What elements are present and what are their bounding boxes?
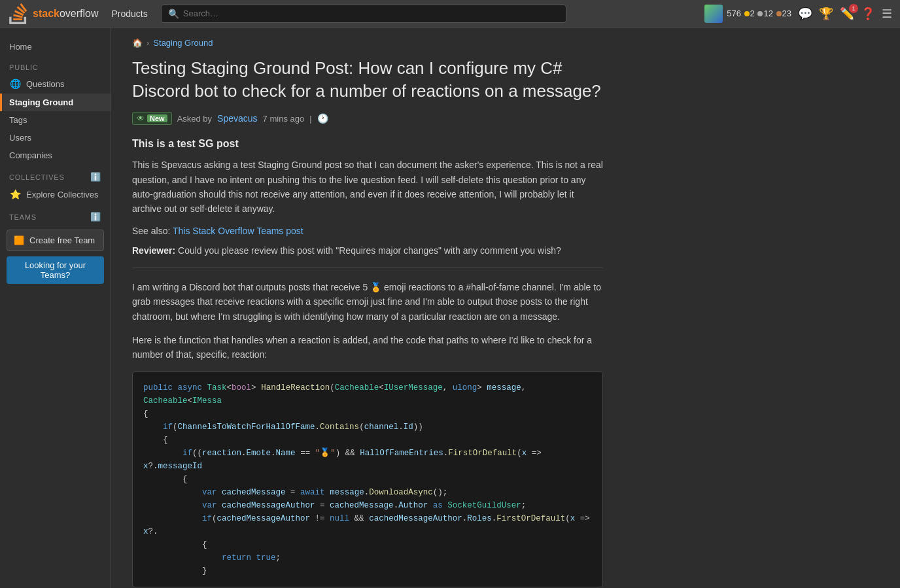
breadcrumb-home-icon[interactable]: 🏠: [132, 38, 143, 48]
code-line-8: var cachedMessageAuthor = cachedMessage.…: [143, 499, 592, 512]
see-also-link[interactable]: This Stack Overflow Teams post: [173, 226, 303, 236]
top-navigation: stackoverflow Products 🔍 576 2 12 23 💬 🏆…: [0, 0, 900, 27]
reviewer-label: Reviewer:: [132, 245, 175, 256]
nav-right-section: 576 2 12 23 💬 🏆 ✏️ 1 ❓ ☰: [704, 5, 892, 23]
sidebar-item-questions[interactable]: 🌐 Questions: [0, 74, 111, 94]
logo-text: stackoverflow: [33, 8, 99, 20]
page-layout: Home PUBLIC 🌐 Questions Staging Ground T…: [0, 27, 900, 588]
sidebar-item-staging-ground[interactable]: Staging Ground: [0, 94, 111, 111]
looking-for-teams-button[interactable]: Looking for your Teams?: [7, 256, 104, 284]
review-queues-button[interactable]: ✏️ 1: [840, 7, 854, 21]
search-icon: 🔍: [168, 9, 179, 19]
code-line-9: if(cachedMessageAuthor != null && cached…: [143, 512, 592, 538]
reviewer-note: Reviewer: Could you please review this p…: [132, 245, 603, 256]
bronze-count: 23: [782, 9, 791, 18]
code-line-7: var cachedMessage = await message.Downlo…: [143, 486, 592, 499]
sidebar: Home PUBLIC 🌐 Questions Staging Ground T…: [0, 27, 111, 588]
breadcrumb-staging-ground[interactable]: Staging Ground: [153, 38, 213, 48]
search-bar[interactable]: 🔍: [161, 5, 566, 23]
badge-eye-icon: 👁: [137, 114, 145, 123]
code-line-1: public async Task<bool> HandleReaction(C…: [143, 381, 592, 407]
paragraph-2: I am writing a Discord bot that outputs …: [132, 280, 603, 324]
see-also-line: See also: This Stack Overflow Teams post: [132, 226, 603, 236]
collectives-section-label: COLLECTIVES ℹ️: [0, 164, 111, 184]
gold-count: 2: [750, 9, 755, 18]
code-line-5: if((reaction.Emote.Name == "🏅") && HallO…: [143, 447, 592, 473]
collectives-icon: ⭐: [9, 188, 21, 200]
asked-by-prefix: Asked by: [177, 114, 212, 124]
sidebar-item-explore-collectives[interactable]: ⭐ Explore Collectives: [0, 184, 111, 204]
code-line-10: {: [143, 538, 592, 551]
sidebar-item-home[interactable]: Home: [0, 38, 111, 56]
question-title: Testing Staging Ground Post: How can I c…: [132, 57, 603, 103]
reputation-score: 576 2 12 23: [727, 9, 791, 18]
sidebar-item-tags[interactable]: Tags: [0, 111, 111, 129]
site-logo[interactable]: stackoverflow: [8, 3, 99, 24]
section-title: This is a test SG post: [132, 138, 603, 150]
main-content: 🏠 › Staging Ground Testing Staging Groun…: [111, 27, 900, 588]
silver-badge-dot: [757, 11, 763, 16]
new-badge-label: New: [147, 114, 167, 122]
code-line-4: {: [143, 434, 592, 447]
achievements-button[interactable]: 🏆: [819, 7, 833, 21]
avatar-image: [704, 5, 723, 23]
silver-count: 12: [763, 9, 772, 18]
review-badge: 1: [849, 4, 858, 13]
breadcrumb: 🏠 › Staging Ground: [132, 38, 879, 48]
questions-icon: 🌐: [9, 78, 21, 90]
author-link[interactable]: Spevacus: [217, 113, 257, 124]
new-badge: 👁 New: [132, 112, 172, 125]
code-block[interactable]: public async Task<bool> HandleReaction(C…: [132, 372, 603, 587]
paragraph-3: Here is the function that handles when a…: [132, 333, 603, 362]
breadcrumb-separator: ›: [147, 38, 149, 48]
gold-badge-dot: [744, 11, 750, 16]
home-label: Home: [9, 42, 32, 52]
collectives-info-icon[interactable]: ℹ️: [90, 172, 101, 182]
asked-time: 7 mins ago: [263, 114, 305, 124]
code-line-2: {: [143, 407, 592, 421]
sidebar-item-companies[interactable]: Companies: [0, 147, 111, 164]
reviewer-text: Could you please review this post with "…: [178, 245, 561, 256]
bronze-badge-dot: [776, 11, 782, 16]
help-button[interactable]: ❓: [861, 7, 875, 21]
teams-info-icon[interactable]: ℹ️: [90, 212, 101, 222]
hamburger-menu-button[interactable]: ☰: [882, 7, 892, 21]
paragraph-1: This is Spevacus asking a test Staging G…: [132, 158, 603, 216]
meta-separator: |: [309, 114, 311, 124]
teams-section-label: TEAMS ℹ️: [0, 204, 111, 224]
sidebar-item-users[interactable]: Users: [0, 129, 111, 147]
code-line-6: {: [143, 473, 592, 486]
teams-icon: 🟧: [14, 235, 24, 245]
question-meta: 👁 New Asked by Spevacus 7 mins ago | 🕐: [132, 112, 879, 125]
code-line-12: }: [143, 564, 592, 578]
inbox-button[interactable]: 💬: [798, 7, 812, 21]
products-menu-button[interactable]: Products: [107, 6, 153, 22]
code-line-11: return true;: [143, 551, 592, 564]
content-divider: [132, 268, 603, 268]
create-free-team-button[interactable]: 🟧 Create free Team: [7, 230, 104, 251]
search-input[interactable]: [183, 9, 559, 18]
public-section-label: PUBLIC: [0, 56, 111, 74]
post-body: This is a test SG post This is Spevacus …: [132, 138, 603, 587]
code-line-3: if(ChannelsToWatchForHallOfFame.Contains…: [143, 421, 592, 434]
history-icon[interactable]: 🕐: [317, 113, 328, 124]
user-avatar[interactable]: 576 2 12 23: [704, 5, 791, 23]
